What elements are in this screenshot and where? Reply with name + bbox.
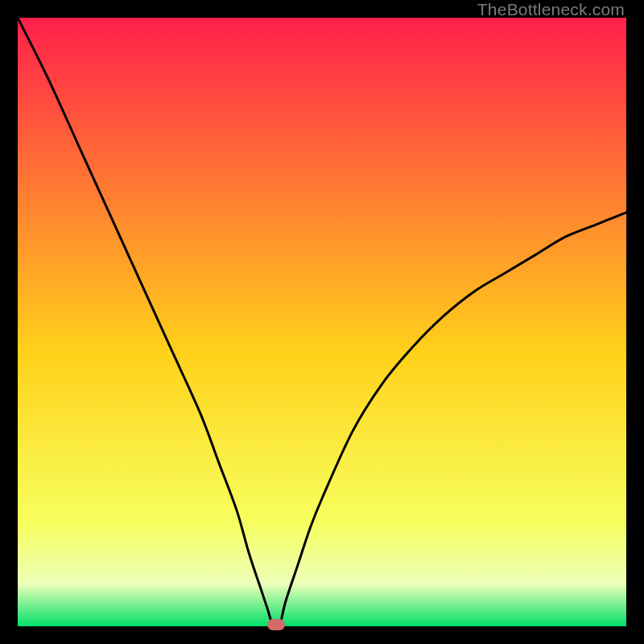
chart-frame	[18, 18, 626, 626]
watermark-text: TheBottleneck.com	[477, 0, 625, 19]
chart-plot	[18, 18, 626, 626]
gradient-background	[18, 18, 626, 626]
minimum-marker	[267, 619, 285, 630]
